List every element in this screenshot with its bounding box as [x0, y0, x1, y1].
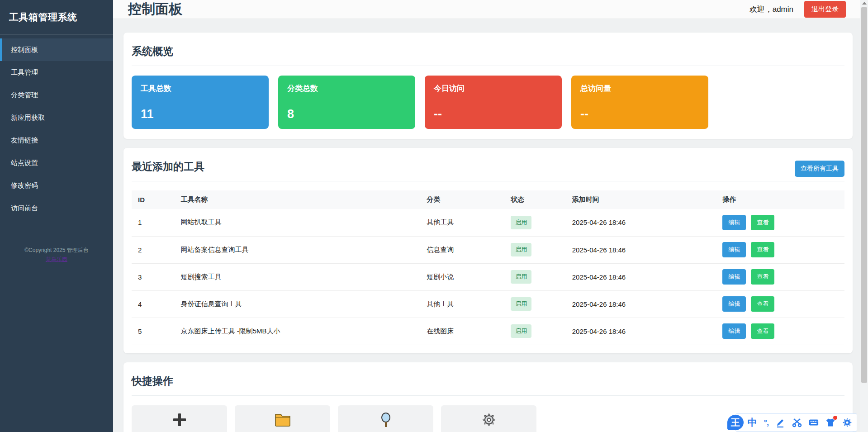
cell-time: 2025-04-26 18:46: [566, 318, 716, 345]
edit-button[interactable]: 编辑: [722, 323, 746, 339]
view-button[interactable]: 查看: [751, 296, 774, 312]
quick-action-add-tool[interactable]: [132, 405, 227, 432]
recent-tools-card: 最近添加的工具 查看所有工具 ID 工具名称 分类 状态 添加时间 操作: [123, 148, 853, 353]
edit-button[interactable]: 编辑: [722, 242, 746, 257]
gear-icon: [481, 412, 497, 432]
table-row: 4 身份证信息查询工具 其他工具 启用 2025-04-26 18:46 编辑 …: [132, 290, 844, 318]
cell-time: 2025-04-26 18:46: [566, 236, 716, 263]
stat-label: 今日访问: [434, 83, 553, 94]
copyright-text: ©Copyright 2025 管理后台: [0, 246, 113, 255]
recent-tools-header: 最近添加的工具 查看所有工具: [132, 156, 844, 181]
sidebar-item-label: 工具管理: [11, 68, 38, 77]
view-button[interactable]: 查看: [751, 242, 774, 257]
edit-button[interactable]: 编辑: [722, 296, 746, 312]
view-all-tools-button[interactable]: 查看所有工具: [795, 161, 844, 177]
sidebar-item-new-app-fetch[interactable]: 新应用获取: [0, 106, 113, 129]
table-row: 5 京东图床上传工具 -限制5MB大小 在线图床 启用 2025-04-26 1…: [132, 318, 844, 345]
ime-punctuation-button[interactable]: °,: [764, 418, 768, 427]
col-header-status: 状态: [504, 190, 566, 209]
welcome-text: 欢迎，admin: [749, 4, 793, 14]
stat-value: --: [580, 107, 699, 121]
app-brand: 工具箱管理系统: [0, 0, 113, 35]
footer-link[interactable]: 菜鸟乐园: [46, 256, 67, 262]
stat-value: 8: [287, 107, 406, 121]
cell-time: 2025-04-26 18:46: [566, 290, 716, 318]
sidebar-item-label: 新应用获取: [11, 114, 45, 122]
sidebar-item-dashboard[interactable]: 控制面板: [0, 38, 113, 61]
status-badge: 启用: [511, 270, 531, 284]
skin-shirt-icon[interactable]: [825, 418, 835, 427]
sidebar-item-label: 修改密码: [11, 181, 38, 190]
handwriting-pen-icon[interactable]: [775, 418, 785, 427]
soft-keyboard-icon[interactable]: [809, 418, 819, 427]
top-header: 控制面板 欢迎，admin 退出登录: [113, 0, 860, 19]
ime-settings-gear-icon[interactable]: [842, 418, 852, 427]
sidebar-item-category-management[interactable]: 分类管理: [0, 84, 113, 106]
scrollbar-thumb[interactable]: [861, 7, 867, 383]
vertical-scrollbar[interactable]: [860, 0, 868, 432]
search-icon: [378, 412, 394, 432]
view-button[interactable]: 查看: [751, 215, 774, 230]
stat-card-total-categories: 分类总数 8: [278, 76, 415, 129]
quick-action-search[interactable]: [338, 405, 433, 432]
cell-name: 身份证信息查询工具: [175, 290, 421, 318]
table-header-row: ID 工具名称 分类 状态 添加时间 操作: [132, 190, 844, 209]
cell-time: 2025-04-26 18:46: [566, 209, 716, 236]
app-window: 工具箱管理系统 控制面板 工具管理 分类管理 新应用获取 友情链接 站点设置 修…: [0, 0, 860, 432]
cell-name: 网站备案信息查询工具: [175, 236, 421, 263]
main-area: 控制面板 欢迎，admin 退出登录 系统概览 工具总数 11 分类总数 8: [113, 0, 860, 432]
stat-value: --: [434, 107, 553, 121]
cell-time: 2025-04-26 18:46: [566, 263, 716, 290]
view-button[interactable]: 查看: [751, 323, 774, 339]
cell-category: 其他工具: [420, 290, 504, 318]
quick-action-manage-categories[interactable]: [235, 405, 330, 432]
edit-button[interactable]: 编辑: [722, 215, 746, 230]
sidebar-menu: 控制面板 工具管理 分类管理 新应用获取 友情链接 站点设置 修改密码 访问前台: [0, 35, 113, 219]
cell-name: 网站扒取工具: [175, 209, 421, 236]
cell-name: 京东图床上传工具 -限制5MB大小: [175, 318, 421, 345]
view-button[interactable]: 查看: [751, 269, 774, 285]
col-header-actions: 操作: [716, 190, 844, 209]
stat-label: 总访问量: [580, 83, 699, 94]
page-title: 控制面板: [128, 0, 182, 19]
sidebar-item-site-settings[interactable]: 站点设置: [0, 152, 113, 174]
ime-logo-badge[interactable]: 王: [727, 415, 744, 430]
stat-card-total-visits: 总访问量 --: [571, 76, 708, 129]
cell-name: 短剧搜索工具: [175, 263, 421, 290]
edit-button[interactable]: 编辑: [722, 269, 746, 285]
cell-id: 2: [132, 236, 175, 263]
plus-icon: [171, 412, 188, 432]
stat-label: 分类总数: [287, 83, 406, 94]
sidebar-item-friend-links[interactable]: 友情链接: [0, 129, 113, 152]
stat-card-total-tools: 工具总数 11: [132, 76, 269, 129]
cell-category: 在线图床: [420, 318, 504, 345]
ime-toolbar: 王 中 °,: [727, 413, 857, 432]
status-badge: 启用: [511, 324, 531, 338]
cell-category: 其他工具: [420, 209, 504, 236]
system-overview-card: 系统概览 工具总数 11 分类总数 8 今日访问 -- 总访: [123, 33, 853, 139]
scrollbar-up-arrow[interactable]: [862, 2, 867, 5]
cell-id: 3: [132, 263, 175, 290]
scissors-icon[interactable]: [792, 418, 802, 427]
sidebar-item-label: 控制面板: [11, 46, 38, 54]
status-badge: 启用: [511, 243, 531, 256]
cell-category: 信息查询: [420, 236, 504, 263]
quick-action-settings[interactable]: [441, 405, 536, 432]
ime-chinese-mode-button[interactable]: 中: [748, 416, 757, 429]
status-badge: 启用: [511, 216, 531, 229]
status-badge: 启用: [511, 297, 531, 311]
cell-id: 5: [132, 318, 175, 345]
sidebar: 工具箱管理系统 控制面板 工具管理 分类管理 新应用获取 友情链接 站点设置 修…: [0, 0, 113, 432]
sidebar-item-label: 访问前台: [11, 204, 38, 213]
sidebar-item-visit-frontend[interactable]: 访问前台: [0, 197, 113, 219]
sidebar-item-change-password[interactable]: 修改密码: [0, 174, 113, 197]
ime-bar: 中 °,: [735, 413, 857, 432]
folder-icon: [274, 412, 291, 432]
sidebar-item-tool-management[interactable]: 工具管理: [0, 61, 113, 84]
logout-button[interactable]: 退出登录: [804, 1, 846, 18]
sidebar-item-label: 站点设置: [11, 159, 38, 167]
stat-card-today-visits: 今日访问 --: [425, 76, 562, 129]
stat-card-row: 工具总数 11 分类总数 8 今日访问 -- 总访问量 --: [132, 76, 844, 129]
cell-id: 1: [132, 209, 175, 236]
table-row: 2 网站备案信息查询工具 信息查询 启用 2025-04-26 18:46 编辑…: [132, 236, 844, 263]
